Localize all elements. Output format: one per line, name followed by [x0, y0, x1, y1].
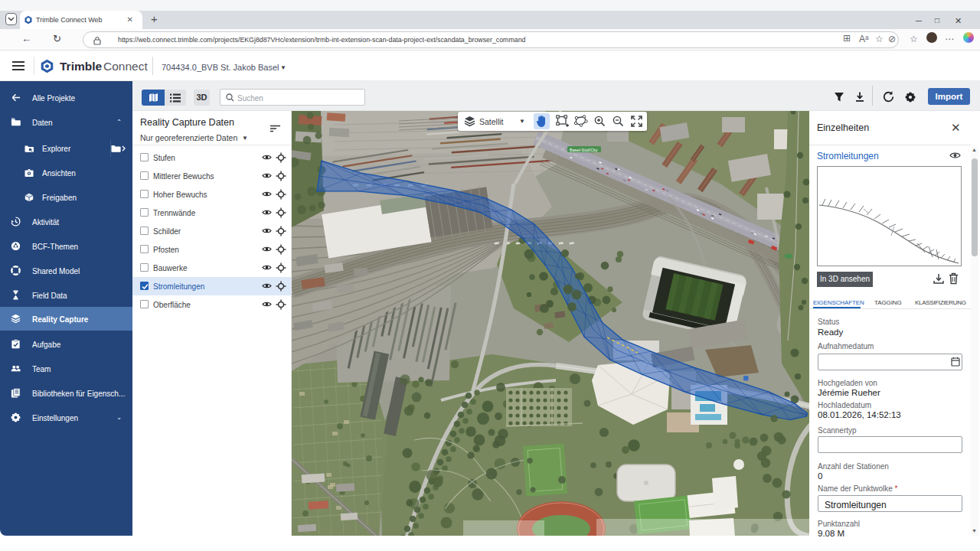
svg-text:Basel-Süd/City: Basel-Süd/City — [570, 148, 598, 152]
